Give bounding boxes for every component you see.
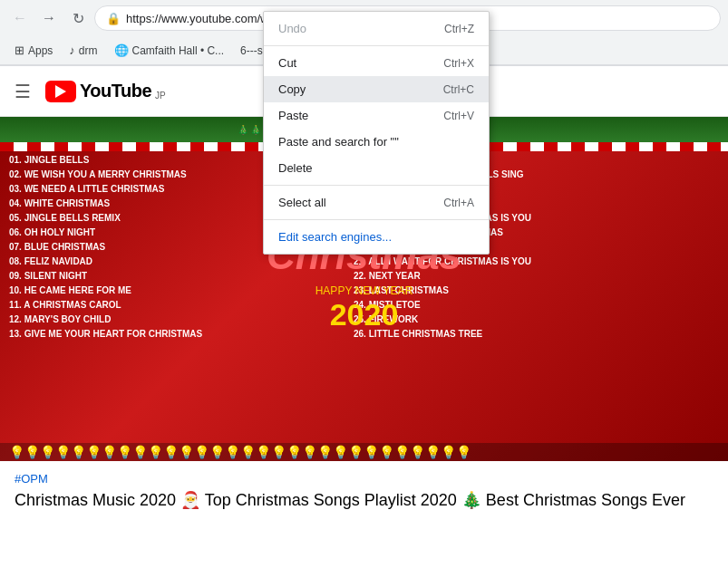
- back-button[interactable]: ←: [7, 5, 33, 31]
- apps-icon: ⊞: [15, 43, 24, 57]
- paste-label: Paste: [278, 109, 308, 122]
- track-04: 04. WHITE CHRISTMAS: [9, 197, 202, 211]
- youtube-logo-icon: [45, 81, 76, 102]
- track-05: 05. JINGLE BELLS REMIX: [9, 211, 202, 226]
- bookmark-drm-label: drm: [79, 44, 98, 57]
- track-01: 01. JINGLE BELLS: [9, 153, 202, 168]
- context-menu-undo[interactable]: Undo Ctrl+Z: [264, 15, 489, 42]
- context-menu-edit-search[interactable]: Edit search engines...: [264, 224, 489, 250]
- bookmark-drm[interactable]: ♪ drm: [62, 40, 104, 61]
- menu-icon[interactable]: ☰: [15, 81, 31, 102]
- track-08: 08. FELIZ NAVIDAD: [9, 255, 202, 269]
- context-menu-paste[interactable]: Paste Ctrl+V: [264, 102, 489, 129]
- bookmark-apps-label: Apps: [28, 44, 53, 57]
- track-11: 11. A CHRISTMAS CAROL: [9, 298, 202, 313]
- undo-label: Undo: [278, 22, 306, 35]
- bookmark-apps[interactable]: ⊞ Apps: [7, 40, 60, 61]
- copy-shortcut: Ctrl+C: [443, 83, 474, 96]
- youtube-logo-suffix: JP: [155, 91, 166, 101]
- track-list-left: 01. JINGLE BELLS 02. WE WISH YOU A MERRY…: [9, 153, 202, 342]
- bookmark-camfaith-label: Camfaith Hall • C...: [132, 44, 225, 57]
- delete-label: Delete: [278, 161, 313, 175]
- paste-shortcut: Ctrl+V: [443, 110, 474, 122]
- track-09: 09. SILENT NIGHT: [9, 269, 202, 284]
- track-06: 06. OH HOLY NIGHT: [9, 226, 202, 240]
- track-02: 02. WE WISH YOU A MERRY CHRISTMAS: [9, 168, 202, 182]
- track-13: 13. GIVE ME YOUR HEART FOR CHRISTMAS: [9, 327, 202, 342]
- track-12: 12. MARY'S BOY CHILD: [9, 313, 202, 327]
- copy-label: Copy: [278, 82, 306, 96]
- select-all-label: Select all: [278, 196, 326, 209]
- cut-label: Cut: [278, 56, 296, 70]
- context-menu-divider-3: [264, 219, 489, 220]
- context-menu-divider-1: [264, 45, 489, 46]
- bookmark-camfaith[interactable]: 🌐 Camfaith Hall • C...: [107, 40, 232, 61]
- context-menu-copy[interactable]: Copy Ctrl+C: [264, 76, 489, 102]
- youtube-logo-text: YouTube: [80, 81, 151, 101]
- context-menu: Undo Ctrl+Z Cut Ctrl+X Copy Ctrl+C Paste…: [263, 11, 490, 255]
- edit-search-label: Edit search engines...: [278, 230, 392, 244]
- globe-icon-camfaith: 🌐: [114, 43, 129, 57]
- context-menu-select-all[interactable]: Select all Ctrl+A: [264, 189, 489, 216]
- context-menu-divider-2: [264, 185, 489, 186]
- forward-button[interactable]: →: [36, 5, 62, 31]
- undo-shortcut: Ctrl+Z: [444, 23, 474, 35]
- paste-search-label: Paste and search for "": [278, 135, 399, 149]
- video-tag[interactable]: #OPM: [15, 472, 713, 486]
- track-07: 07. BLUE CHRISTMAS: [9, 240, 202, 255]
- context-menu-cut[interactable]: Cut Ctrl+X: [264, 50, 489, 76]
- track-10: 10. HE CAME HERE FOR ME: [9, 284, 202, 298]
- context-menu-paste-search[interactable]: Paste and search for "": [264, 129, 489, 155]
- video-info: #OPM Christmas Music 2020 🎅 Top Christma…: [0, 461, 728, 523]
- track-03: 03. WE NEED A LITTLE CHRISTMAS: [9, 182, 202, 197]
- youtube-logo[interactable]: YouTube JP: [45, 81, 166, 102]
- context-menu-delete[interactable]: Delete: [264, 155, 489, 181]
- cut-shortcut: Ctrl+X: [443, 57, 474, 70]
- lock-icon: 🔒: [106, 12, 121, 25]
- reload-button[interactable]: ↻: [65, 5, 91, 31]
- video-title: Christmas Music 2020 🎅 Top Christmas Son…: [15, 489, 713, 512]
- select-all-shortcut: Ctrl+A: [443, 197, 474, 209]
- music-icon: ♪: [69, 43, 75, 57]
